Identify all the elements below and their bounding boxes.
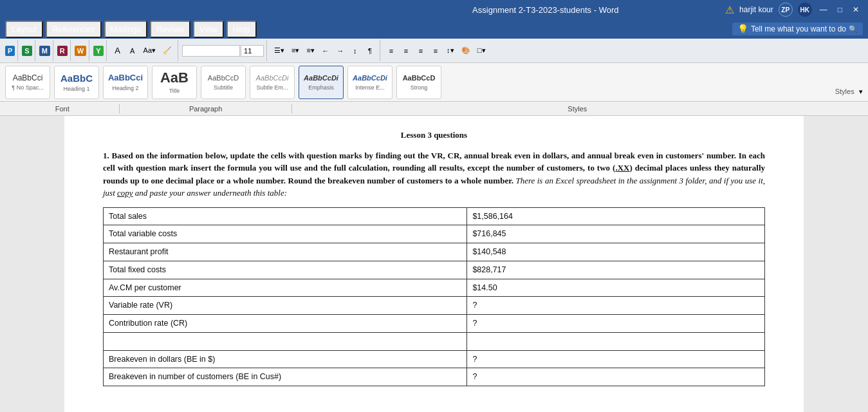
table-cell-empty1 [104, 332, 467, 350]
font-size-input[interactable] [241, 45, 264, 57]
menu-references[interactable]: References [46, 21, 101, 38]
style-no-spacing-preview: AaBbCci [13, 73, 43, 84]
view-group: W [72, 40, 89, 61]
pin-icon: P [5, 46, 15, 56]
font-decrease-btn[interactable]: A [111, 42, 125, 59]
table-cell-label: Total variable costs [104, 225, 467, 243]
table-row: Variable rate (VR) ? [104, 297, 765, 315]
align-center-btn[interactable]: ≡ [399, 42, 413, 59]
font-eraser-btn[interactable]: 🧹 [160, 42, 175, 59]
table-cell-value: $716,845 [467, 225, 765, 243]
decrease-indent-btn[interactable]: ← [319, 42, 333, 59]
table-row: Av.CM per customer $14.50 [104, 279, 765, 297]
style-subtle-emphasis[interactable]: AaBbCcDi Subtle Em... [250, 66, 295, 99]
menu-review[interactable]: Review [150, 21, 190, 38]
data-table: Total sales $1,586,164 Total variable co… [103, 207, 765, 387]
style-strong[interactable]: AaBbCcD Strong [396, 66, 441, 99]
menu-help[interactable]: Help [226, 21, 257, 38]
right-margin [804, 116, 868, 412]
style-heading2-preview: AaBbCci [108, 73, 143, 84]
table-row: Breakeven in number of customers (BE in … [104, 368, 765, 386]
close-button[interactable]: ✕ [850, 5, 862, 14]
title-bar-right: ⚠ harjit kour ZP HK — □ ✕ [725, 3, 862, 17]
table-cell-label: Breakeven in number of customers (BE in … [104, 368, 467, 386]
menu-bar: Layout References Mailings Review View H… [0, 19, 868, 39]
bullet-list-btn[interactable]: ☰▾ [271, 42, 288, 59]
user-avatar-zp[interactable]: ZP [779, 3, 793, 17]
border-btn[interactable]: □▾ [474, 42, 489, 59]
help-group: Y [91, 40, 106, 61]
style-heading1-label: Heading 1 [63, 86, 89, 92]
w-icon: W [75, 46, 86, 56]
table-row: Restaurant profit $140,548 [104, 243, 765, 261]
user-name: harjit kour [739, 5, 773, 14]
user-avatar-hk[interactable]: HK [798, 3, 812, 17]
numbered-list-btn[interactable]: ≡▾ [288, 42, 302, 59]
y-icon: Y [93, 46, 103, 56]
table-cell-label: Total fixed costs [104, 261, 467, 279]
font-increase-btn[interactable]: A [125, 42, 140, 59]
table-row: Total variable costs $716,845 [104, 225, 765, 243]
multilevel-list-btn[interactable]: ≡▾ [303, 42, 317, 59]
align-left-btn[interactable]: ≡ [384, 42, 398, 59]
table-row: Breakeven in dollars (BE in $) ? [104, 350, 765, 368]
paragraph-label: Paragraph [120, 105, 291, 113]
style-emphasis[interactable]: AaBbCcDi Emphasis [299, 66, 344, 99]
menu-view[interactable]: View [193, 21, 224, 38]
style-group: S [19, 40, 35, 61]
warning-icon: ⚠ [725, 4, 734, 16]
sort-btn[interactable]: ↕ [348, 42, 362, 59]
table-cell-label: Total sales [104, 207, 467, 225]
minimize-button[interactable]: — [817, 5, 830, 14]
table-row-empty [104, 332, 765, 350]
search-box[interactable]: 💡 Tell me what you want to do 🔍 [732, 23, 863, 35]
style-no-spacing[interactable]: AaBbCci ¶ No Spac... [5, 66, 50, 99]
font-size-group: A A Aa▾ 🧹 [108, 40, 178, 61]
style-subtle-em-preview: AaBbCcDi [256, 73, 289, 82]
document-content[interactable]: Lesson 3 questions 1. Based on the infor… [64, 116, 804, 412]
styles-section-label: Styles ▾ [835, 87, 863, 98]
style-strong-preview: AaBbCcD [403, 73, 436, 82]
align-group: ≡ ≡ ≡ ≡ ↕▾ 🎨 □▾ [382, 40, 492, 61]
style-heading1[interactable]: AaBbC Heading 1 [54, 66, 99, 99]
font-case-btn[interactable]: Aa▾ [140, 42, 159, 59]
style-title-label: Title [169, 88, 180, 94]
expand-styles-btn[interactable]: ▾ [859, 88, 863, 95]
font-field-group [180, 40, 267, 61]
table-cell-label: Av.CM per customer [104, 279, 467, 297]
table-row: Total sales $1,586,164 [104, 207, 765, 225]
table-cell-label: Variable rate (VR) [104, 297, 467, 315]
paragraph-mark-btn[interactable]: ¶ [363, 42, 377, 59]
m-icon: M [39, 46, 50, 56]
style-title[interactable]: AaB Title [152, 66, 197, 99]
style-heading2[interactable]: AaBbCci Heading 2 [103, 66, 148, 99]
lightbulb-icon: 💡 [737, 24, 748, 34]
window-title: Assignment 2-T3-2023-students - Word [366, 5, 726, 15]
table-cell-value: ? [467, 350, 765, 368]
table-row: Contribution rate (CR) ? [104, 315, 765, 333]
font-label: Font [5, 105, 119, 113]
style-intense-emphasis[interactable]: AaBbCcDi Intense E... [347, 66, 392, 99]
search-icon: 🔍 [849, 25, 858, 33]
maximize-button[interactable]: □ [835, 5, 845, 14]
document-title: Lesson 3 questions [103, 129, 765, 142]
style-subtitle[interactable]: AaBbCcD Subtitle [201, 66, 246, 99]
title-bar: Assignment 2-T3-2023-students - Word ⚠ h… [0, 0, 868, 19]
align-right-btn[interactable]: ≡ [414, 42, 428, 59]
table-row: Total fixed costs $828,717 [104, 261, 765, 279]
menu-layout[interactable]: Layout [5, 21, 43, 38]
menu-mailings[interactable]: Mailings [104, 21, 148, 38]
line-spacing-btn[interactable]: ↕▾ [443, 42, 457, 59]
style-subtle-em-label: Subtle Em... [256, 84, 288, 91]
font-name-input[interactable] [182, 45, 240, 57]
shading-btn[interactable]: 🎨 [458, 42, 474, 59]
justify-btn[interactable]: ≡ [429, 42, 443, 59]
style-heading2-label: Heading 2 [112, 85, 138, 91]
table-cell-empty2 [467, 332, 765, 350]
table-cell-value: ? [467, 368, 765, 386]
review-group: R [55, 40, 71, 61]
table-cell-value: ? [467, 315, 765, 333]
labels-bar: Font Paragraph Styles [0, 102, 868, 116]
increase-indent-btn[interactable]: → [333, 42, 347, 59]
style-title-preview: AaB [160, 70, 189, 86]
